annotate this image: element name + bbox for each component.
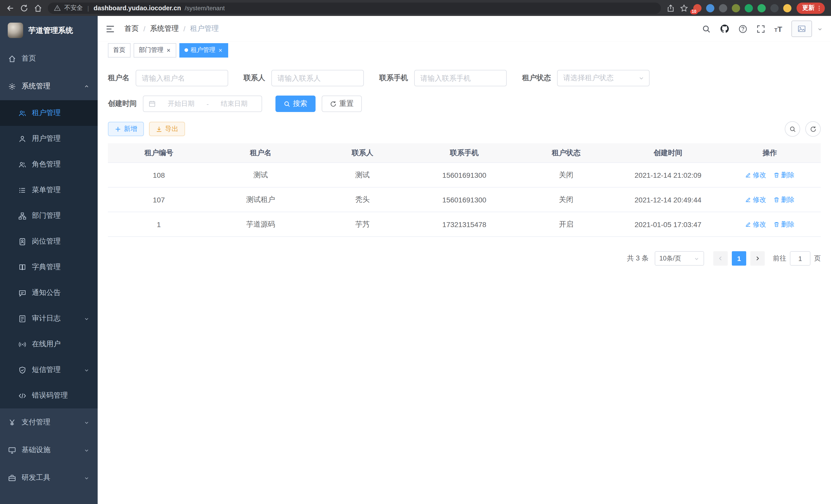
sidebar-item-online[interactable]: 在线用户 — [0, 331, 98, 357]
extension-icon-2[interactable] — [706, 4, 714, 12]
browser-menu-dots-icon[interactable] — [816, 5, 822, 11]
avatar-dropdown-caret-icon[interactable] — [817, 26, 823, 32]
tab-item[interactable]: 部门管理 — [134, 43, 176, 57]
reset-button[interactable]: 重置 — [322, 95, 362, 112]
sidebar-item-auditlog[interactable]: 审计日志 — [0, 306, 98, 331]
user-avatar[interactable] — [792, 21, 812, 37]
sidebar-item-label: 角色管理 — [32, 160, 61, 169]
delete-link[interactable]: 删除 — [773, 219, 795, 229]
filter-create-time: 创建时间 开始日期 - 结束日期 — [108, 95, 262, 112]
delete-label: 删除 — [781, 195, 795, 204]
page-size-select[interactable]: 10条/页 — [655, 251, 704, 266]
app-logo[interactable]: 芋道管理系统 — [0, 16, 98, 45]
tab-item[interactable]: 租户管理 — [179, 43, 228, 57]
trash-icon — [773, 221, 780, 227]
page-number-button[interactable]: 1 — [732, 251, 746, 266]
chevron-down-icon — [84, 316, 89, 321]
chevron-down-icon — [638, 75, 644, 81]
refresh-table-button[interactable] — [805, 121, 821, 137]
tab-item[interactable]: 首页 — [108, 43, 131, 57]
contact-input[interactable] — [271, 70, 364, 86]
toggle-search-button[interactable] — [785, 121, 800, 137]
sidebar-item-label: 在线用户 — [32, 339, 61, 349]
edit-link[interactable]: 修改 — [745, 195, 766, 204]
tenant-table: 租户编号租户名联系人联系手机租户状态创建时间操作 108测试测试15601691… — [108, 143, 821, 237]
breadcrumb-item[interactable]: 首页 — [124, 24, 139, 33]
sidebar-item-errcode[interactable]: 错误码管理 — [0, 383, 98, 409]
phone-input[interactable] — [414, 70, 507, 86]
browser-home-icon[interactable] — [34, 4, 42, 12]
breadcrumb-item[interactable]: 系统管理 — [150, 24, 179, 33]
chat-icon — [19, 289, 26, 297]
cell-contact: 测试 — [312, 162, 413, 187]
delete-link[interactable]: 删除 — [773, 170, 795, 180]
sidebar-item-sms[interactable]: 短信管理 — [0, 357, 98, 383]
sidebar-item-post[interactable]: 岗位管理 — [0, 229, 98, 254]
filter-status: 租户状态 请选择租户状态 — [522, 70, 650, 86]
chevron-right-icon — [754, 255, 761, 262]
share-icon[interactable] — [666, 4, 675, 12]
extension-icon-8[interactable] — [783, 4, 792, 12]
sidebar-item-tenant[interactable]: 租户管理 — [0, 100, 98, 126]
sidebar-item-user[interactable]: 用户管理 — [0, 126, 98, 152]
extension-icon-6[interactable] — [757, 4, 766, 12]
status-select[interactable]: 请选择租户状态 — [557, 70, 650, 86]
delete-label: 删除 — [781, 219, 795, 229]
cell-actions: 修改删除 — [719, 187, 821, 212]
edit-label: 修改 — [753, 219, 766, 229]
add-button[interactable]: 新增 — [108, 122, 144, 136]
code-icon — [19, 392, 26, 399]
tenant-name-input[interactable] — [136, 70, 228, 86]
sidebar-item-menu[interactable]: 菜单管理 — [0, 177, 98, 203]
sidebar-item-dict[interactable]: 字典管理 — [0, 254, 98, 280]
prev-page-button[interactable] — [713, 251, 728, 266]
sidebar-item-role[interactable]: 角色管理 — [0, 152, 98, 177]
cell-actions: 修改删除 — [719, 162, 821, 187]
help-icon[interactable] — [738, 24, 747, 33]
chevron-down-icon — [84, 475, 89, 481]
extension-icon-5[interactable] — [745, 4, 753, 12]
sidebar-item-label: 通知公告 — [32, 288, 61, 297]
sidebar-item-devtool[interactable]: 研发工具 — [0, 464, 98, 492]
sidebar-item-home[interactable]: 首页 — [0, 45, 98, 72]
edit-icon — [745, 172, 751, 178]
delete-link[interactable]: 删除 — [773, 195, 795, 204]
fullscreen-icon[interactable] — [756, 24, 765, 33]
close-icon[interactable] — [218, 48, 223, 53]
sidebar-item-notice[interactable]: 通知公告 — [0, 280, 98, 306]
extension-icon-7[interactable] — [770, 4, 779, 12]
browser-back-icon[interactable] — [6, 4, 15, 12]
sidebar-item-dept[interactable]: 部门管理 — [0, 203, 98, 229]
sidebar-item-label: 审计日志 — [32, 314, 61, 323]
font-size-icon[interactable]: TT — [774, 25, 782, 33]
edit-link[interactable]: 修改 — [745, 219, 766, 229]
extension-icon-3[interactable] — [719, 4, 727, 12]
address-bar[interactable]: 不安全 | dashboard.yudao.iocoder.cn /system… — [48, 2, 661, 13]
cell-actions: 修改删除 — [719, 212, 821, 237]
date-range-picker[interactable]: 开始日期 - 结束日期 — [143, 95, 262, 112]
cell-contact: 秃头 — [312, 187, 413, 212]
extension-icon-1[interactable]: 10 — [693, 4, 701, 12]
sidebar-item-system[interactable]: 系统管理 — [0, 72, 98, 100]
search-button[interactable]: 搜索 — [276, 95, 316, 112]
filter-contact: 联系人 — [243, 70, 364, 86]
search-icon[interactable] — [702, 24, 711, 33]
goto-page-input[interactable] — [790, 251, 810, 266]
edit-link[interactable]: 修改 — [745, 170, 766, 180]
filter-label: 联系手机 — [379, 73, 408, 83]
tree-icon — [19, 212, 26, 219]
bookmark-star-icon[interactable] — [680, 4, 688, 12]
book-icon — [19, 263, 26, 271]
sidebar-item-pay[interactable]: 支付管理 — [0, 409, 98, 436]
export-button[interactable]: 导出 — [149, 122, 185, 136]
extension-icon-4[interactable] — [732, 4, 740, 12]
browser-update-button[interactable]: 更新 — [797, 2, 825, 13]
sidebar-item-infra[interactable]: 基础设施 — [0, 436, 98, 464]
next-page-button[interactable] — [750, 251, 765, 266]
close-icon[interactable] — [166, 48, 171, 53]
table-row: 1芋道源码芋艿17321315478开启2021-01-05 17:03:47修… — [108, 212, 821, 237]
sidebar-collapse-icon[interactable] — [105, 24, 115, 34]
doc-icon — [19, 315, 26, 322]
github-icon[interactable] — [720, 24, 729, 33]
browser-reload-icon[interactable] — [20, 4, 28, 12]
